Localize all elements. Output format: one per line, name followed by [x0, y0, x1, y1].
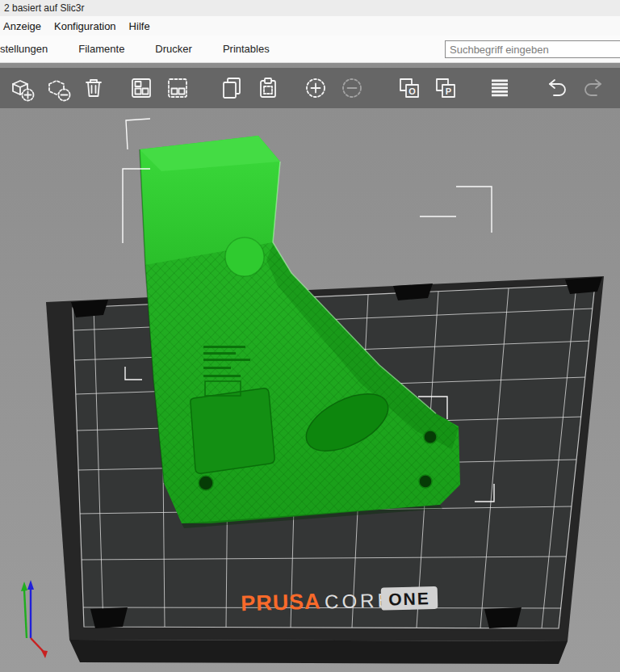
add-object-icon — [13, 81, 34, 101]
axes-indicator — [21, 580, 48, 658]
tab-einstellungen[interactable]: stellungen — [0, 43, 48, 55]
split-to-parts-icon: P — [437, 79, 455, 97]
add-object-button[interactable] — [7, 74, 35, 102]
redo-icon — [585, 80, 601, 95]
split-to-objects-button[interactable]: O — [396, 74, 423, 102]
delete-all-button[interactable] — [80, 74, 107, 102]
remove-instance-icon — [343, 79, 361, 97]
menu-konfiguration[interactable]: Konfiguration — [48, 20, 123, 32]
delete-object-button[interactable] — [44, 74, 71, 102]
remove-instance-button[interactable] — [338, 74, 366, 102]
arrange-icon — [132, 79, 150, 97]
search-input[interactable] — [445, 40, 620, 58]
tab-drucker[interactable]: Drucker — [155, 43, 192, 55]
svg-text:O: O — [408, 86, 416, 96]
add-instance-button[interactable] — [302, 74, 329, 102]
copy-button[interactable] — [218, 74, 245, 102]
split-to-parts-button[interactable]: P — [432, 74, 459, 102]
paste-button[interactable] — [254, 74, 282, 102]
tab-filamente[interactable]: Filamente — [78, 43, 124, 55]
paste-icon — [261, 78, 275, 97]
delete-all-trash-icon — [86, 80, 101, 96]
window-title: 2 basiert auf Slic3r — [4, 2, 84, 14]
arrange-current-bed-button[interactable] — [164, 74, 191, 102]
tab-bar: stellungen Filamente Drucker Printables — [0, 36, 620, 63]
split-to-objects-icon: O — [400, 79, 418, 97]
svg-text:P: P — [446, 86, 451, 96]
variable-layer-height-button[interactable] — [486, 74, 513, 102]
undo-button[interactable] — [543, 74, 571, 102]
bed-logo-one: ONE — [388, 589, 430, 608]
scene-canvas: PRUSA CORE ONE — [0, 63, 620, 672]
copy-icon — [224, 78, 240, 98]
menu-anzeige[interactable]: Anzeige — [0, 20, 48, 32]
undo-icon — [550, 80, 565, 95]
viewport-3d[interactable]: PRUSA CORE ONE — [0, 63, 620, 672]
variable-layer-height-icon — [492, 80, 508, 97]
menu-bar: Anzeige Konfiguration Hilfe — [0, 16, 620, 36]
tab-printables[interactable]: Printables — [223, 43, 270, 55]
window-titlebar: 2 basiert auf Slic3r — [0, 0, 620, 16]
delete-object-icon — [49, 81, 70, 101]
arrange-button[interactable] — [128, 74, 155, 102]
arrange-current-bed-icon — [169, 79, 186, 97]
app-window: 2 basiert auf Slic3r Anzeige Konfigurati… — [0, 0, 620, 672]
main-toolbar: O P — [0, 68, 620, 108]
add-instance-icon — [307, 79, 325, 97]
menu-hilfe[interactable]: Hilfe — [123, 20, 157, 32]
redo-button[interactable] — [580, 74, 607, 102]
bed-logo-prusa: PRUSA — [241, 590, 321, 616]
